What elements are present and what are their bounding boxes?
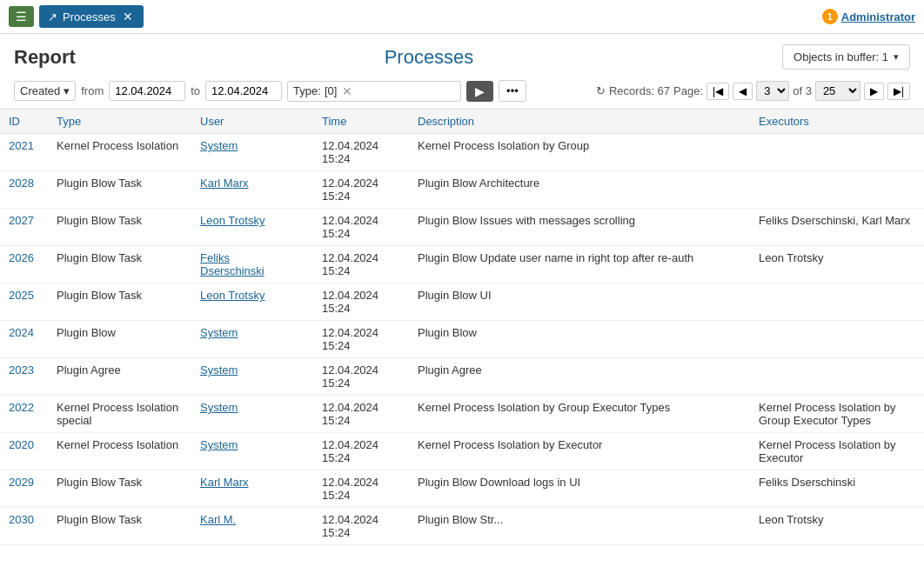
cell-time: 12.04.2024 15:24 <box>313 246 409 283</box>
objects-in-buffer-button[interactable]: Objects in buffer: 1 ▾ <box>782 44 910 70</box>
more-options-button[interactable]: ••• <box>499 80 526 102</box>
per-page-select[interactable]: 25 50 100 <box>815 81 860 101</box>
id-link[interactable]: 2027 <box>9 214 34 227</box>
processes-tab[interactable]: ↗ Processes ✕ <box>39 5 144 28</box>
cell-description: Plugin Blow Update user name in right to… <box>409 246 750 283</box>
cell-id: 2025 <box>0 283 48 321</box>
objects-label: Objects in buffer: 1 <box>793 50 888 63</box>
prev-page-button[interactable]: ◀ <box>733 83 753 100</box>
created-label: Created <box>20 84 60 97</box>
user-link[interactable]: Karl Marx <box>200 177 249 190</box>
id-link[interactable]: 2029 <box>9 476 34 489</box>
top-right-area: 1 Administrator <box>822 9 915 24</box>
report-title: Report <box>14 46 76 68</box>
to-label: to <box>191 84 200 97</box>
cell-time: 12.04.2024 15:24 <box>313 470 409 508</box>
user-link[interactable]: Leon Trotsky <box>200 289 264 302</box>
cell-type: Plugin Blow Task <box>48 171 191 209</box>
id-link[interactable]: 2025 <box>9 289 34 302</box>
cell-executors: Kernel Process Isolation by Group Execut… <box>750 396 924 433</box>
cell-description: Kernel Process Isolation by Executor <box>409 433 750 470</box>
last-page-button[interactable]: ▶| <box>887 83 910 100</box>
table-row: 2023Plugin AgreeSystem12.04.2024 15:24Pl… <box>0 358 924 396</box>
user-link[interactable]: Karl M. <box>200 513 236 526</box>
table-header: ID Type User Time Description Executors <box>0 110 924 134</box>
cell-id: 2022 <box>0 396 48 433</box>
cell-user: Karl Marx <box>191 470 313 508</box>
id-link[interactable]: 2026 <box>9 251 34 264</box>
cell-id: 2026 <box>0 246 48 283</box>
user-link[interactable]: System <box>200 139 238 152</box>
cell-executors: Feliks Dserschinski, Karl Marx <box>750 209 924 246</box>
table-body: 2021Kernel Process IsolationSystem12.04.… <box>0 134 924 545</box>
type-value: [0] <box>325 84 337 97</box>
next-page-button[interactable]: ▶ <box>864 83 884 100</box>
id-link[interactable]: 2020 <box>9 438 34 451</box>
cell-description: Kernel Process Isolation by Group <box>409 134 750 171</box>
cell-executors <box>750 321 924 358</box>
user-link[interactable]: System <box>200 363 238 377</box>
user-link[interactable]: System <box>200 326 238 339</box>
id-link[interactable]: 2028 <box>9 177 34 190</box>
from-date-input[interactable] <box>109 81 185 101</box>
total-pages-label: of 3 <box>793 84 812 97</box>
id-link[interactable]: 2030 <box>9 513 34 526</box>
id-link[interactable]: 2023 <box>9 363 34 377</box>
table-row: 2030Plugin Blow TaskKarl M.12.04.2024 15… <box>0 508 924 545</box>
cell-id: 2030 <box>0 508 48 545</box>
user-link[interactable]: Feliks Dserschinski <box>200 251 264 277</box>
cell-type: Plugin Blow Task <box>48 283 191 321</box>
page-number-select[interactable]: 1 2 3 <box>756 81 789 101</box>
table-row: 2025Plugin Blow TaskLeon Trotsky12.04.20… <box>0 283 924 321</box>
cell-user: System <box>191 321 313 358</box>
created-dropdown[interactable]: Created ▾ <box>14 81 76 101</box>
cell-user: Karl M. <box>191 508 313 545</box>
refresh-icon[interactable]: ↻ <box>596 84 606 97</box>
user-link[interactable]: System <box>200 438 238 451</box>
cell-type: Plugin Agree <box>48 358 191 396</box>
cell-description: Plugin Blow <box>409 321 750 358</box>
first-page-button[interactable]: |◀ <box>706 83 729 100</box>
processes-table: ID Type User Time Description Executors … <box>0 109 924 545</box>
cell-type: Plugin Blow <box>48 321 191 358</box>
col-header-id: ID <box>0 110 48 134</box>
records-label: Records: 67 <box>609 84 670 97</box>
tab-label: Processes <box>63 10 116 23</box>
table-row: 2020Kernel Process IsolationSystem12.04.… <box>0 433 924 470</box>
cell-id: 2028 <box>0 171 48 209</box>
col-header-type: Type <box>48 110 191 134</box>
cell-executors: Leon Trotsky <box>750 508 924 545</box>
cell-type: Kernel Process Isolation special <box>48 396 191 433</box>
cell-id: 2020 <box>0 433 48 470</box>
titles-area: Report <box>14 46 76 69</box>
cell-user: System <box>191 358 313 396</box>
cell-time: 12.04.2024 15:24 <box>313 283 409 321</box>
col-header-description: Description <box>409 110 750 134</box>
table-row: 2021Kernel Process IsolationSystem12.04.… <box>0 134 924 171</box>
cell-type: Kernel Process Isolation <box>48 433 191 470</box>
id-link[interactable]: 2021 <box>9 139 34 152</box>
user-link[interactable]: Karl Marx <box>200 476 249 489</box>
type-clear-button[interactable]: ✕ <box>340 84 354 98</box>
cell-executors <box>750 358 924 396</box>
cell-description: Plugin Blow UI <box>409 283 750 321</box>
admin-link[interactable]: Administrator <box>841 10 915 23</box>
admin-badge: 1 <box>822 9 838 24</box>
cell-id: 2027 <box>0 209 48 246</box>
id-link[interactable]: 2024 <box>9 326 34 339</box>
top-left-area: ☰ ↗ Processes ✕ <box>9 5 144 28</box>
page-header: Report Processes Objects in buffer: 1 ▾ <box>0 34 924 77</box>
filter-bar: Created ▾ from to Type: [0] ✕ ▶ ••• ↻ Re… <box>0 77 924 109</box>
play-button[interactable]: ▶ <box>466 81 493 102</box>
to-date-input[interactable] <box>205 81 282 101</box>
cell-time: 12.04.2024 15:24 <box>313 209 409 246</box>
user-link[interactable]: System <box>200 401 238 414</box>
id-link[interactable]: 2022 <box>9 401 34 414</box>
tab-close-button[interactable]: ✕ <box>121 10 135 23</box>
table-row: 2022Kernel Process Isolation specialSyst… <box>0 396 924 433</box>
cell-time: 12.04.2024 15:24 <box>313 396 409 433</box>
user-link[interactable]: Leon Trotsky <box>200 214 264 227</box>
menu-button[interactable]: ☰ <box>9 6 34 27</box>
cell-user: System <box>191 396 313 433</box>
dropdown-chevron-icon: ▾ <box>64 84 70 97</box>
